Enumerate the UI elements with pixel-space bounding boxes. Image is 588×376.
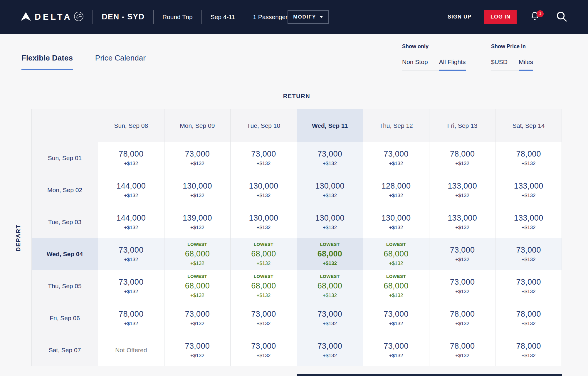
fare-cash-value: +$132 <box>455 225 469 231</box>
fare-cash-value: +$132 <box>455 289 469 295</box>
flex-dates-matrix: Sun, Sep 08Mon, Sep 09Tue, Sep 10Wed, Se… <box>31 109 562 366</box>
fare-cash-value: +$132 <box>522 353 536 359</box>
fare-miles-value: 73,000 <box>384 342 408 351</box>
fare-cash-value: +$132 <box>257 293 271 298</box>
modify-button[interactable]: MODIFY <box>288 10 329 24</box>
fare-miles-value: 78,000 <box>450 310 475 319</box>
fare-cell[interactable]: 78,000+$132 <box>429 334 496 366</box>
fare-cell[interactable]: 78,000+$132 <box>495 142 562 174</box>
sign-up-link[interactable]: SIGN UP <box>448 14 471 20</box>
fare-miles-value: 68,000 <box>317 281 342 291</box>
fare-cell[interactable]: 73,000+$132 <box>495 270 562 302</box>
fare-cash-value: +$132 <box>323 293 337 298</box>
notification-badge: 1 <box>537 10 544 17</box>
fare-cell[interactable]: 73,000+$132 <box>231 142 297 174</box>
fare-cell[interactable]: LOWEST68,000+$132 <box>231 238 297 270</box>
fare-cell[interactable]: 73,000+$132 <box>164 142 231 174</box>
depart-date-row-label: Tue, Sep 03 <box>32 206 98 238</box>
fare-cell[interactable]: 73,000+$132 <box>297 142 363 174</box>
fare-cell[interactable]: LOWEST68,000+$132 <box>164 238 231 270</box>
fare-cash-value: +$132 <box>124 161 138 167</box>
fare-miles-value: 68,000 <box>185 249 210 258</box>
fare-cell[interactable]: 133,000+$132 <box>429 206 496 238</box>
fare-cell[interactable]: 133,000+$132 <box>495 174 562 206</box>
divider <box>93 10 93 24</box>
fare-cash-value: +$132 <box>190 261 204 266</box>
log-in-button[interactable]: LOG IN <box>484 10 517 24</box>
fare-cell[interactable]: LOWEST68,000+$132 <box>297 270 363 302</box>
filter-option-all-flights[interactable]: All Flights <box>439 58 466 71</box>
notifications-button[interactable]: 1 <box>530 11 540 23</box>
fare-cell[interactable]: 78,000+$132 <box>495 334 562 366</box>
fare-cell[interactable]: 130,000+$132 <box>164 174 231 206</box>
fare-cell[interactable]: 73,000+$132 <box>495 238 562 270</box>
fare-cash-value: +$132 <box>190 353 204 359</box>
fare-cell[interactable]: 78,000+$132 <box>495 302 562 334</box>
not-offered-label: Not Offered <box>115 347 147 354</box>
fare-cell[interactable]: LOWEST68,000+$132 <box>164 270 231 302</box>
fare-cell[interactable]: 73,000+$132 <box>164 302 231 334</box>
filter-option-usd[interactable]: $USD <box>491 58 508 71</box>
return-date-column-header: Tue, Sep 10 <box>231 109 297 142</box>
fare-cell[interactable]: 78,000+$132 <box>429 142 496 174</box>
fare-cell[interactable]: LOWEST68,000+$132 <box>231 270 297 302</box>
fare-cell[interactable]: 73,000+$132 <box>363 334 429 366</box>
depart-date-row-label: Sun, Sep 01 <box>32 142 98 174</box>
divider <box>201 10 202 24</box>
fare-cell[interactable]: LOWEST68,000+$132 <box>363 238 429 270</box>
lowest-fare-tag: LOWEST <box>320 242 340 247</box>
fare-cell[interactable]: 128,000+$132 <box>363 174 429 206</box>
return-date-column-header: Wed, Sep 11 <box>297 109 363 142</box>
fare-cell[interactable]: 73,000+$132 <box>429 270 496 302</box>
fare-cell[interactable]: 73,000+$132 <box>164 334 231 366</box>
fare-cell[interactable]: 73,000+$132 <box>98 238 164 270</box>
tab-flexible-dates[interactable]: Flexible Dates <box>21 53 73 70</box>
fare-cell[interactable]: 78,000+$132 <box>98 302 164 334</box>
fare-cell[interactable]: 78,000+$132 <box>98 142 164 174</box>
fare-cell[interactable]: 130,000+$132 <box>297 206 363 238</box>
fare-cell[interactable]: 144,000+$132 <box>98 174 164 206</box>
fare-cash-value: +$132 <box>323 321 337 327</box>
fare-cell[interactable]: 130,000+$132 <box>297 174 363 206</box>
fare-cell[interactable]: 73,000+$132 <box>297 334 363 366</box>
fare-cell[interactable]: LOWEST68,000+$132 <box>297 238 363 270</box>
fare-cash-value: +$132 <box>389 261 403 266</box>
fare-cell[interactable]: 139,000+$132 <box>164 206 231 238</box>
lowest-fare-tag: LOWEST <box>187 274 207 279</box>
fare-cash-value: +$132 <box>323 225 337 231</box>
filter-option-miles[interactable]: Miles <box>519 58 533 71</box>
fare-miles-value: 73,000 <box>384 310 408 319</box>
fare-cell[interactable]: 130,000+$132 <box>231 174 297 206</box>
fare-cash-value: +$132 <box>389 161 403 167</box>
fare-cell[interactable]: LOWEST68,000+$132 <box>363 270 429 302</box>
fare-cell[interactable]: 133,000+$132 <box>429 174 496 206</box>
fare-miles-value: 73,000 <box>251 342 276 351</box>
fare-cell[interactable]: 130,000+$132 <box>231 206 297 238</box>
fare-miles-value: 144,000 <box>116 182 146 191</box>
fare-cell[interactable]: 133,000+$132 <box>495 206 562 238</box>
divider <box>244 10 244 24</box>
fare-cell[interactable]: 73,000+$132 <box>98 270 164 302</box>
fare-cell[interactable]: 73,000+$132 <box>429 238 496 270</box>
delta-logo[interactable]: DELTA <box>21 11 84 23</box>
fare-cell[interactable]: 73,000+$132 <box>363 302 429 334</box>
fare-cell[interactable]: 78,000+$132 <box>429 302 496 334</box>
fare-cash-value: +$132 <box>522 257 536 263</box>
fare-cash-value: +$132 <box>522 161 536 167</box>
fare-cell[interactable]: 73,000+$132 <box>297 302 363 334</box>
skyteam-logo-icon <box>74 11 84 23</box>
route-label: DEN - SYD <box>102 12 145 21</box>
fare-cell[interactable]: 73,000+$132 <box>231 334 297 366</box>
fare-cell: Not Offered <box>98 334 164 366</box>
fare-cell[interactable]: 73,000+$132 <box>363 142 429 174</box>
fare-cash-value: +$132 <box>455 321 469 327</box>
search-button[interactable] <box>556 11 567 24</box>
fare-miles-value: 73,000 <box>317 310 342 319</box>
fare-cell[interactable]: 144,000+$132 <box>98 206 164 238</box>
fare-cell[interactable]: 130,000+$132 <box>363 206 429 238</box>
fare-cell[interactable]: 73,000+$132 <box>231 302 297 334</box>
tab-price-calendar[interactable]: Price Calendar <box>95 53 146 70</box>
filter-option-non-stop[interactable]: Non Stop <box>402 58 428 71</box>
fare-miles-value: 130,000 <box>315 214 345 223</box>
return-date-column-header: Sun, Sep 08 <box>98 109 164 142</box>
